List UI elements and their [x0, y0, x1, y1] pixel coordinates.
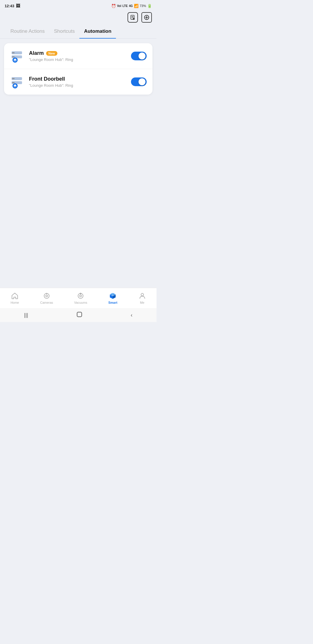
alarm-badge-new: New [46, 51, 57, 56]
nav-item-vacuums[interactable]: Vacuums [74, 292, 87, 304]
svg-point-29 [46, 293, 47, 294]
nav-smart-label: Smart [108, 301, 117, 304]
svg-point-31 [80, 295, 82, 297]
alarm-subtitle: "Lounge Room Hub": Ring [29, 57, 127, 62]
automation-list: Alarm New "Lounge Room Hub": Ring [4, 43, 152, 95]
alarm-title: Alarm [29, 50, 44, 56]
nav-item-home[interactable]: Home [10, 292, 19, 304]
svg-point-32 [80, 293, 81, 294]
nav-cameras-label: Cameras [40, 301, 53, 304]
bottom-nav: Home Cameras Vacuums Smart [0, 288, 156, 308]
automation-content: Alarm New "Lounge Room Hub": Ring [0, 39, 156, 99]
alarm-device-icon [10, 48, 25, 64]
alarm-toggle-knob [139, 53, 145, 59]
system-nav-bar: ||| ‹ [0, 308, 156, 322]
svg-point-21 [12, 82, 13, 83]
automation-item-alarm: Alarm New "Lounge Room Hub": Ring [4, 43, 152, 69]
log-history-button[interactable] [128, 12, 138, 23]
nav-item-me[interactable]: Me [139, 292, 146, 304]
svg-rect-16 [15, 60, 16, 61]
status-icons: ⏰ Vol LTE 4G 📶 73% 🔋 [111, 4, 152, 8]
tab-automation[interactable]: Automation [79, 24, 116, 38]
automation-item-doorbell: Front Doorbell "Lounge Room Hub": Ring [4, 69, 152, 95]
status-time: 12:43 🖼 [5, 3, 20, 8]
tab-bar: Routine Actions Shortcuts Automation [0, 24, 156, 39]
battery-text: 73% [140, 4, 146, 8]
svg-point-8 [12, 52, 13, 53]
svg-point-9 [13, 52, 14, 53]
alarm-toggle[interactable] [131, 52, 147, 60]
nav-vacuums-label: Vacuums [74, 301, 87, 304]
tab-shortcuts[interactable]: Shortcuts [49, 24, 79, 38]
nav-item-smart[interactable]: Smart [108, 292, 117, 304]
lte-icon: LTE [122, 4, 128, 8]
alarm-info: Alarm New "Lounge Room Hub": Ring [29, 50, 127, 62]
time-display: 12:43 [5, 4, 14, 8]
svg-point-40 [141, 293, 143, 296]
vol-icon: Vol [117, 4, 121, 8]
doorbell-toggle[interactable] [131, 77, 147, 86]
doorbell-toggle-knob [139, 78, 145, 85]
nav-item-cameras[interactable]: Cameras [40, 292, 53, 304]
system-nav-back-button[interactable]: ‹ [131, 312, 132, 318]
doorbell-title: Front Doorbell [29, 76, 65, 82]
action-bar [0, 10, 156, 24]
svg-rect-26 [15, 86, 16, 87]
add-automation-button[interactable] [141, 12, 152, 23]
svg-point-28 [46, 295, 48, 297]
signal-bars-icon: 📶 [134, 4, 139, 8]
photo-icon: 🖼 [16, 3, 20, 8]
doorbell-info: Front Doorbell "Lounge Room Hub": Ring [29, 76, 127, 88]
alarm-clock-icon: ⏰ [111, 4, 116, 8]
nav-home-label: Home [10, 301, 19, 304]
system-nav-menu-button[interactable]: ||| [24, 312, 28, 318]
system-nav-home-button[interactable] [76, 311, 83, 319]
svg-point-22 [13, 82, 14, 83]
svg-rect-41 [77, 312, 82, 317]
doorbell-subtitle: "Lounge Room Hub": Ring [29, 83, 127, 88]
tab-routine-actions[interactable]: Routine Actions [6, 24, 49, 38]
svg-point-19 [13, 78, 14, 79]
svg-point-12 [13, 56, 14, 57]
svg-point-18 [12, 78, 13, 79]
svg-point-11 [12, 56, 13, 57]
status-bar: 12:43 🖼 ⏰ Vol LTE 4G 📶 73% 🔋 [0, 0, 156, 10]
nav-me-label: Me [140, 301, 144, 304]
network-icon: 4G [129, 4, 133, 8]
battery-icon: 🔋 [147, 4, 152, 8]
doorbell-device-icon [10, 74, 25, 89]
